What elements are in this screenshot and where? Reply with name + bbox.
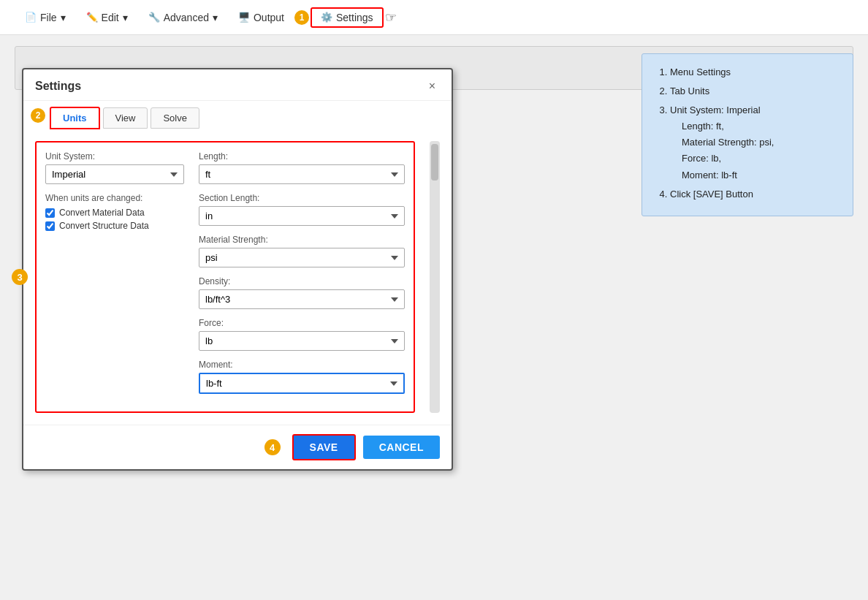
menu-file[interactable]: 📄 File ▾: [15, 7, 76, 28]
settings-scroll-container: Unit System: Imperial Metric SI When uni…: [35, 141, 415, 413]
moment-group: Moment: lb-ft lb-in kip-ft kip-in N-m kN…: [199, 360, 405, 394]
unit-system-select[interactable]: Imperial Metric SI: [45, 164, 184, 184]
file-icon: 📄: [25, 12, 37, 23]
menu-file-label: File: [40, 12, 57, 23]
unit-system-group: Unit System: Imperial Metric SI: [45, 151, 184, 184]
instruction-3: Unit System: Imperial Length: ft, Materi…: [670, 102, 840, 183]
cursor-icon: ☞: [385, 10, 397, 26]
step-badge-3: 3: [12, 269, 28, 285]
section-length-label: Section Length:: [199, 193, 405, 203]
moment-select[interactable]: lb-ft lb-in kip-ft kip-in N-m kN-m: [199, 373, 405, 394]
convert-structure-row: Convert Structure Data: [45, 221, 184, 231]
settings-dialog: Settings × 2 Units View Sol: [22, 68, 453, 471]
col-right: Length: ft in m cm mm Section: [199, 151, 405, 403]
instruction-3-details: Length: ft, Material Strength: psi, Forc…: [682, 118, 840, 183]
force-group: Force: lb kip N kN: [199, 318, 405, 351]
instruction-1: Menu Settings: [670, 64, 840, 80]
cancel-button[interactable]: CANCEL: [363, 436, 440, 459]
section-length-select[interactable]: in ft m cm mm: [199, 206, 405, 226]
convert-structure-label: Convert Structure Data: [59, 221, 149, 231]
settings-icon: ⚙️: [321, 12, 332, 23]
tabs-row: 2 Units View Solve: [38, 101, 452, 129]
save-button[interactable]: SAVE: [292, 434, 356, 460]
footer-badge-4: 4: [264, 439, 281, 455]
instruction-4: Click [SAVE] Button: [670, 186, 840, 202]
scrollbar-thumb: [431, 144, 438, 181]
menu-bar: 📄 File ▾ ✏️ Edit ▾ 🔧 Advanced ▾ 🖥️ Outpu…: [0, 0, 868, 35]
length-group: Length: ft in m cm mm: [199, 151, 405, 184]
tab-badge-2: 2: [31, 108, 45, 123]
material-strength-select[interactable]: psi ksi MPa GPa: [199, 248, 405, 267]
convert-material-label: Convert Material Data: [59, 208, 145, 218]
length-label: Length:: [199, 151, 405, 162]
menu-output-label: Output: [254, 12, 284, 23]
unit-system-label: Unit System:: [45, 151, 184, 162]
length-select[interactable]: ft in m cm mm: [199, 164, 405, 184]
force-select[interactable]: lb kip N kN: [199, 331, 405, 351]
material-strength-group: Material Strength: psi ksi MPa GPa: [199, 235, 405, 267]
tab-units[interactable]: Units: [50, 107, 100, 129]
scrollbar[interactable]: [430, 141, 440, 413]
tab-units-wrapper: Units: [50, 107, 100, 129]
when-units-group: When units are changed: Convert Material…: [45, 193, 184, 231]
dialog-title: Settings: [35, 80, 81, 93]
instruction-box: Menu Settings Tab Units Unit System: Imp…: [642, 53, 853, 216]
density-select[interactable]: lb/ft^3 kg/m^3: [199, 289, 405, 309]
edit-icon: ✏️: [86, 12, 98, 23]
menu-advanced-arrow: ▾: [213, 12, 218, 23]
output-icon: 🖥️: [238, 12, 250, 23]
section-length-group: Section Length: in ft m cm mm: [199, 193, 405, 226]
menu-advanced-label: Advanced: [164, 12, 209, 23]
advanced-icon: 🔧: [148, 12, 160, 23]
menu-settings[interactable]: ⚙️ Settings: [311, 7, 384, 28]
settings-columns: 3 Unit System: Imperial Metric SI: [35, 141, 440, 413]
content-area: Settings × 2 Units View Sol: [0, 46, 868, 600]
tab-view-wrapper: View: [103, 107, 148, 129]
dialog-body: 3 Unit System: Imperial Metric SI: [23, 129, 452, 425]
tab-view[interactable]: View: [103, 107, 148, 129]
col-left: Unit System: Imperial Metric SI When uni…: [45, 151, 184, 403]
instruction-2: Tab Units: [670, 83, 840, 99]
tab-solve[interactable]: Solve: [151, 107, 199, 129]
menu-output[interactable]: 🖥️ Output: [228, 7, 294, 28]
tabs-container: 2 Units View Solve: [23, 101, 452, 129]
menu-file-arrow: ▾: [61, 12, 66, 23]
menu-settings-label: Settings: [336, 12, 373, 23]
dialog-header: Settings ×: [23, 69, 452, 101]
menu-edit-label: Edit: [102, 12, 119, 23]
tab-solve-wrapper: Solve: [151, 107, 199, 129]
convert-material-checkbox[interactable]: [45, 208, 55, 218]
dialog-footer: 4 SAVE CANCEL: [23, 425, 452, 469]
convert-material-row: Convert Material Data: [45, 208, 184, 218]
material-strength-label: Material Strength:: [199, 235, 405, 245]
dialog-close-button[interactable]: ×: [425, 78, 440, 94]
menu-edit[interactable]: ✏️ Edit ▾: [76, 7, 138, 28]
convert-structure-checkbox[interactable]: [45, 221, 55, 231]
menu-advanced[interactable]: 🔧 Advanced ▾: [138, 7, 228, 28]
density-label: Density:: [199, 276, 405, 286]
menu-edit-arrow: ▾: [123, 12, 128, 23]
force-label: Force:: [199, 318, 405, 328]
density-group: Density: lb/ft^3 kg/m^3: [199, 276, 405, 309]
menu-badge-1: 1: [294, 10, 309, 25]
moment-label: Moment:: [199, 360, 405, 370]
when-units-label: When units are changed:: [45, 193, 184, 203]
